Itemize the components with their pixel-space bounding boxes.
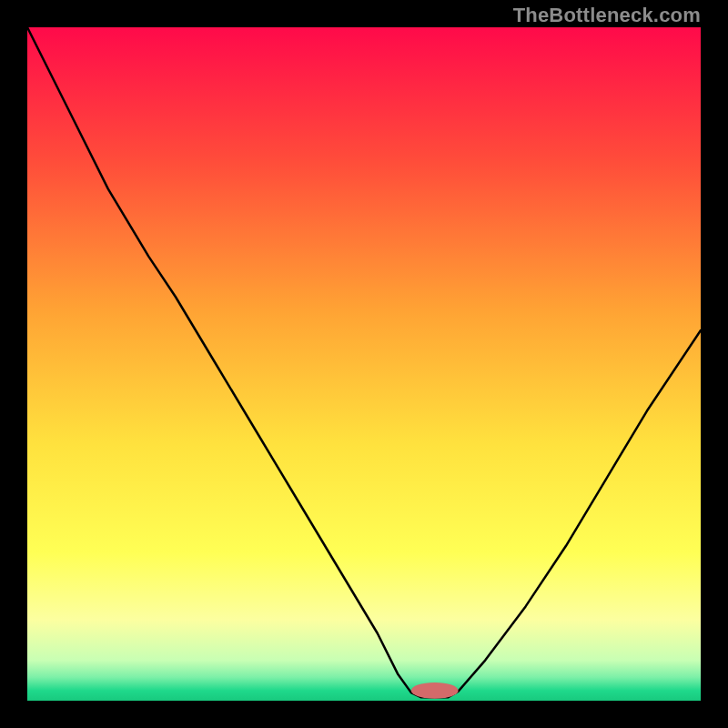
- gradient-background: [27, 27, 701, 701]
- chart-frame: TheBottleneck.com: [0, 0, 728, 728]
- watermark-text: TheBottleneck.com: [513, 4, 701, 27]
- bottleneck-chart: [27, 27, 701, 701]
- plot-area: [27, 27, 701, 701]
- optimal-marker: [411, 682, 459, 699]
